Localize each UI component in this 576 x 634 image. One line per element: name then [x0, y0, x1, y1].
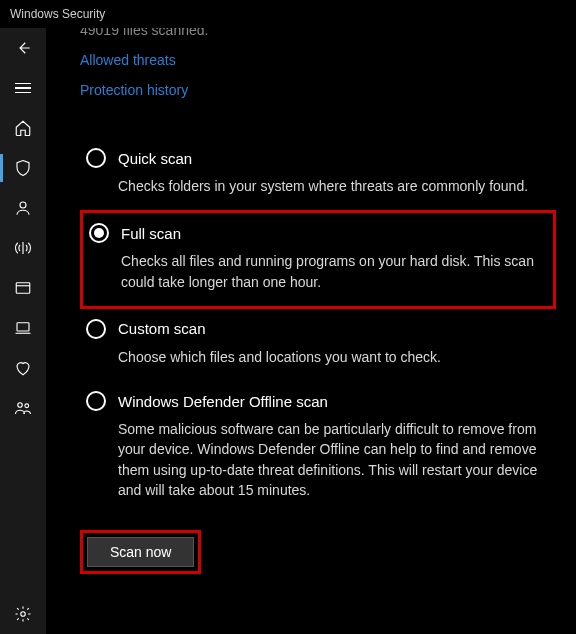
main-content: 49019 files scanned. Allowed threats Pro… [46, 28, 576, 634]
shield-icon [14, 159, 32, 177]
option-quick-scan[interactable]: Quick scan Checks folders in your system… [80, 138, 556, 210]
arrow-left-icon [14, 39, 32, 57]
sidebar-item-appbrowser[interactable] [0, 268, 46, 308]
sidebar-item-firewall[interactable] [0, 228, 46, 268]
menu-button[interactable] [0, 68, 46, 108]
svg-point-0 [20, 202, 26, 208]
radio-icon [86, 319, 106, 339]
option-desc: Checks all files and running programs on… [121, 251, 543, 292]
sidebar-item-virus[interactable] [0, 148, 46, 188]
option-offline-scan[interactable]: Windows Defender Offline scan Some malic… [80, 381, 556, 514]
option-desc: Some malicious software can be particula… [118, 419, 546, 500]
allowed-threats-link[interactable]: Allowed threats [80, 52, 556, 68]
sidebar [0, 28, 46, 634]
sidebar-item-account[interactable] [0, 188, 46, 228]
sidebar-item-health[interactable] [0, 348, 46, 388]
radio-icon [86, 148, 106, 168]
window-titlebar: Windows Security [0, 0, 576, 28]
option-desc: Checks folders in your system where thre… [118, 176, 546, 196]
heart-icon [14, 359, 32, 377]
sidebar-item-settings[interactable] [0, 594, 46, 634]
option-full-scan[interactable]: Full scan Checks all files and running p… [80, 210, 556, 309]
app-frame: 49019 files scanned. Allowed threats Pro… [0, 28, 576, 634]
svg-point-4 [25, 404, 29, 408]
option-title: Custom scan [118, 320, 206, 337]
protection-history-link[interactable]: Protection history [80, 82, 556, 98]
wifi-icon [14, 239, 32, 257]
option-custom-scan[interactable]: Custom scan Choose which files and locat… [80, 309, 556, 381]
sidebar-item-device[interactable] [0, 308, 46, 348]
svg-rect-1 [16, 283, 30, 294]
option-title: Full scan [121, 225, 181, 242]
svg-point-3 [18, 403, 23, 408]
gear-icon [14, 605, 32, 623]
people-icon [14, 399, 32, 417]
scan-options: Quick scan Checks folders in your system… [80, 138, 556, 514]
scan-status-text: 49019 files scanned. [80, 28, 556, 38]
option-desc: Choose which files and locations you wan… [118, 347, 546, 367]
radio-icon [86, 391, 106, 411]
laptop-icon [14, 319, 32, 337]
svg-rect-2 [17, 323, 29, 331]
person-icon [14, 199, 32, 217]
sidebar-item-family[interactable] [0, 388, 46, 428]
scan-button-highlight: Scan now [80, 530, 201, 574]
home-icon [14, 119, 32, 137]
window-title: Windows Security [10, 7, 105, 21]
option-title: Quick scan [118, 150, 192, 167]
hamburger-icon [15, 83, 31, 94]
option-title: Windows Defender Offline scan [118, 393, 328, 410]
scan-now-button[interactable]: Scan now [87, 537, 194, 567]
radio-icon [89, 223, 109, 243]
svg-point-5 [21, 612, 26, 617]
back-button[interactable] [0, 28, 46, 68]
sidebar-item-home[interactable] [0, 108, 46, 148]
window-icon [14, 279, 32, 297]
